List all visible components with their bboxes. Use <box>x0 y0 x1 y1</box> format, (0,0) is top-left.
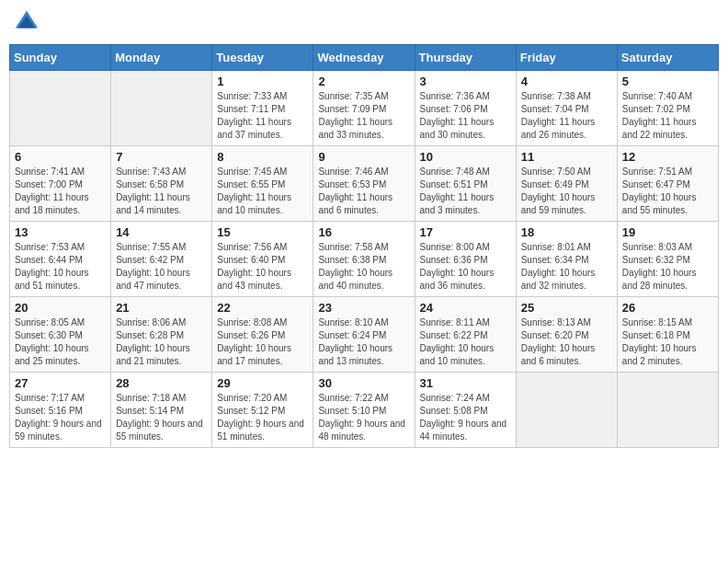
calendar-cell: 4 Sunrise: 7:38 AMSunset: 7:04 PMDayligh… <box>516 71 617 146</box>
day-number: 28 <box>116 376 207 390</box>
calendar-cell: 19 Sunrise: 8:03 AMSunset: 6:32 PMDaylig… <box>617 222 718 297</box>
calendar-week-3: 13 Sunrise: 7:53 AMSunset: 6:44 PMDaylig… <box>10 222 719 297</box>
calendar-cell: 13 Sunrise: 7:53 AMSunset: 6:44 PMDaylig… <box>10 222 111 297</box>
day-info: Sunrise: 7:35 AMSunset: 7:09 PMDaylight:… <box>318 91 392 140</box>
day-number: 23 <box>318 301 409 315</box>
logo-icon <box>14 9 40 35</box>
day-info: Sunrise: 8:08 AMSunset: 6:26 PMDaylight:… <box>217 317 291 366</box>
day-number: 21 <box>116 301 207 315</box>
day-info: Sunrise: 7:48 AMSunset: 6:51 PMDaylight:… <box>420 167 495 215</box>
calendar-week-4: 20 Sunrise: 8:05 AMSunset: 6:30 PMDaylig… <box>10 297 719 373</box>
day-info: Sunrise: 8:01 AMSunset: 6:34 PMDaylight:… <box>521 242 596 291</box>
day-info: Sunrise: 8:11 AMSunset: 6:22 PMDaylight:… <box>420 317 495 366</box>
day-info: Sunrise: 7:38 AMSunset: 7:04 PMDaylight:… <box>521 91 596 140</box>
calendar-cell: 24 Sunrise: 8:11 AMSunset: 6:22 PMDaylig… <box>415 297 516 373</box>
day-info: Sunrise: 7:17 AMSunset: 5:16 PMDaylight:… <box>15 393 102 442</box>
day-info: Sunrise: 7:58 AMSunset: 6:38 PMDaylight:… <box>318 242 392 291</box>
calendar-table: SundayMondayTuesdayWednesdayThursdayFrid… <box>9 44 719 448</box>
calendar-cell: 11 Sunrise: 7:50 AMSunset: 6:49 PMDaylig… <box>516 146 617 222</box>
day-info: Sunrise: 8:13 AMSunset: 6:20 PMDaylight:… <box>521 317 596 366</box>
day-number: 3 <box>420 75 511 88</box>
day-number: 5 <box>622 75 713 88</box>
calendar-cell: 14 Sunrise: 7:55 AMSunset: 6:42 PMDaylig… <box>111 222 212 297</box>
day-info: Sunrise: 7:45 AMSunset: 6:55 PMDaylight:… <box>217 167 291 215</box>
calendar-cell: 22 Sunrise: 8:08 AMSunset: 6:26 PMDaylig… <box>212 297 313 373</box>
day-number: 30 <box>318 376 409 390</box>
day-info: Sunrise: 8:15 AMSunset: 6:18 PMDaylight:… <box>622 317 697 366</box>
day-number: 27 <box>15 376 106 390</box>
calendar-cell: 10 Sunrise: 7:48 AMSunset: 6:51 PMDaylig… <box>415 146 516 222</box>
day-header-saturday: Saturday <box>617 45 718 71</box>
calendar-cell: 3 Sunrise: 7:36 AMSunset: 7:06 PMDayligh… <box>415 71 516 146</box>
calendar-cell <box>617 373 718 448</box>
calendar-cell <box>516 373 617 448</box>
day-header-sunday: Sunday <box>10 45 111 71</box>
day-number: 31 <box>420 376 511 390</box>
logo <box>14 9 43 35</box>
day-number: 9 <box>318 150 409 164</box>
calendar-cell: 9 Sunrise: 7:46 AMSunset: 6:53 PMDayligh… <box>313 146 415 222</box>
calendar-cell: 5 Sunrise: 7:40 AMSunset: 7:02 PMDayligh… <box>617 71 718 146</box>
day-number: 19 <box>622 225 713 239</box>
day-info: Sunrise: 7:53 AMSunset: 6:44 PMDaylight:… <box>15 242 89 291</box>
day-number: 2 <box>318 75 409 88</box>
calendar-cell: 7 Sunrise: 7:43 AMSunset: 6:58 PMDayligh… <box>111 146 212 222</box>
calendar-cell <box>111 71 212 146</box>
day-number: 26 <box>622 301 713 315</box>
day-info: Sunrise: 7:55 AMSunset: 6:42 PMDaylight:… <box>116 242 190 291</box>
day-number: 6 <box>15 150 106 164</box>
day-number: 13 <box>15 225 106 239</box>
day-number: 29 <box>217 376 308 390</box>
day-header-tuesday: Tuesday <box>212 45 313 71</box>
day-number: 11 <box>521 150 612 164</box>
day-info: Sunrise: 7:50 AMSunset: 6:49 PMDaylight:… <box>521 167 596 215</box>
day-header-wednesday: Wednesday <box>313 45 415 71</box>
day-info: Sunrise: 7:46 AMSunset: 6:53 PMDaylight:… <box>318 167 392 215</box>
day-info: Sunrise: 7:41 AMSunset: 7:00 PMDaylight:… <box>15 167 89 215</box>
day-info: Sunrise: 8:06 AMSunset: 6:28 PMDaylight:… <box>116 317 190 366</box>
day-info: Sunrise: 8:05 AMSunset: 6:30 PMDaylight:… <box>15 317 89 366</box>
calendar-cell: 18 Sunrise: 8:01 AMSunset: 6:34 PMDaylig… <box>516 222 617 297</box>
day-number: 10 <box>420 150 511 164</box>
day-number: 14 <box>116 225 207 239</box>
day-number: 18 <box>521 225 612 239</box>
day-info: Sunrise: 7:51 AMSunset: 6:47 PMDaylight:… <box>622 167 697 215</box>
day-number: 16 <box>318 225 409 239</box>
day-header-friday: Friday <box>516 45 617 71</box>
day-number: 7 <box>116 150 207 164</box>
day-header-monday: Monday <box>111 45 212 71</box>
day-header-thursday: Thursday <box>415 45 516 71</box>
calendar-week-1: 1 Sunrise: 7:33 AMSunset: 7:11 PMDayligh… <box>10 71 719 146</box>
day-info: Sunrise: 7:33 AMSunset: 7:11 PMDaylight:… <box>217 91 291 140</box>
day-info: Sunrise: 7:43 AMSunset: 6:58 PMDaylight:… <box>116 167 190 215</box>
day-info: Sunrise: 8:10 AMSunset: 6:24 PMDaylight:… <box>318 317 392 366</box>
day-number: 8 <box>217 150 308 164</box>
calendar-cell: 16 Sunrise: 7:58 AMSunset: 6:38 PMDaylig… <box>313 222 415 297</box>
day-info: Sunrise: 8:00 AMSunset: 6:36 PMDaylight:… <box>420 242 495 291</box>
day-info: Sunrise: 7:20 AMSunset: 5:12 PMDaylight:… <box>217 393 304 442</box>
calendar-cell: 21 Sunrise: 8:06 AMSunset: 6:28 PMDaylig… <box>111 297 212 373</box>
calendar-cell: 2 Sunrise: 7:35 AMSunset: 7:09 PMDayligh… <box>313 71 415 146</box>
day-info: Sunrise: 7:40 AMSunset: 7:02 PMDaylight:… <box>622 91 697 140</box>
calendar-cell: 29 Sunrise: 7:20 AMSunset: 5:12 PMDaylig… <box>212 373 313 448</box>
calendar-week-5: 27 Sunrise: 7:17 AMSunset: 5:16 PMDaylig… <box>10 373 719 448</box>
day-info: Sunrise: 8:03 AMSunset: 6:32 PMDaylight:… <box>622 242 697 291</box>
calendar-cell: 23 Sunrise: 8:10 AMSunset: 6:24 PMDaylig… <box>313 297 415 373</box>
day-info: Sunrise: 7:56 AMSunset: 6:40 PMDaylight:… <box>217 242 291 291</box>
calendar-cell: 31 Sunrise: 7:24 AMSunset: 5:08 PMDaylig… <box>415 373 516 448</box>
day-number: 22 <box>217 301 308 315</box>
day-number: 17 <box>420 225 511 239</box>
day-number: 12 <box>622 150 713 164</box>
day-info: Sunrise: 7:18 AMSunset: 5:14 PMDaylight:… <box>116 393 203 442</box>
calendar-cell: 6 Sunrise: 7:41 AMSunset: 7:00 PMDayligh… <box>10 146 111 222</box>
calendar-cell: 25 Sunrise: 8:13 AMSunset: 6:20 PMDaylig… <box>516 297 617 373</box>
calendar-cell: 30 Sunrise: 7:22 AMSunset: 5:10 PMDaylig… <box>313 373 415 448</box>
day-info: Sunrise: 7:36 AMSunset: 7:06 PMDaylight:… <box>420 91 495 140</box>
calendar-cell <box>10 71 111 146</box>
day-number: 15 <box>217 225 308 239</box>
day-number: 25 <box>521 301 612 315</box>
day-number: 20 <box>15 301 106 315</box>
calendar-header: SundayMondayTuesdayWednesdayThursdayFrid… <box>10 45 719 71</box>
calendar-week-2: 6 Sunrise: 7:41 AMSunset: 7:00 PMDayligh… <box>10 146 719 222</box>
day-number: 1 <box>217 75 308 88</box>
